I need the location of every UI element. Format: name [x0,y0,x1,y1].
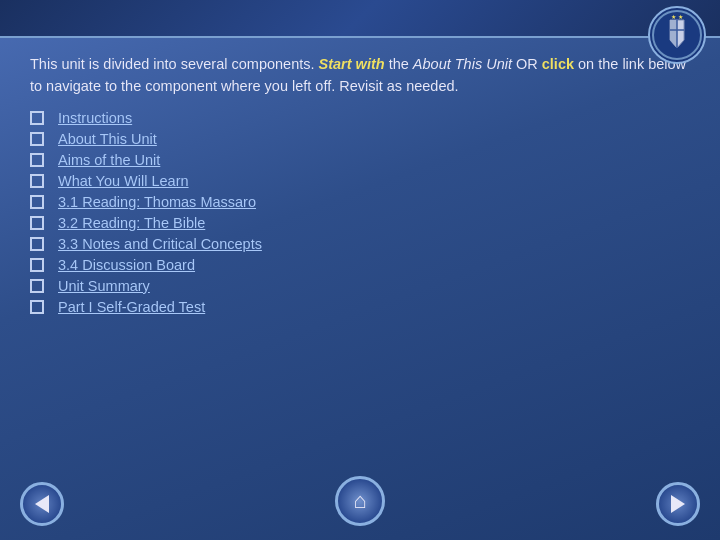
slide-content: This unit is divided into several compon… [0,38,720,330]
list-item: 3.3 Notes and Critical Concepts [30,236,690,252]
nav-checkbox [30,258,44,272]
nav-checkbox [30,195,44,209]
next-button[interactable] [656,482,700,526]
list-item: 3.1 Reading: Thomas Massaro [30,194,690,210]
nav-link-3[interactable]: What You Will Learn [58,173,189,189]
list-item: 3.2 Reading: The Bible [30,215,690,231]
list-item: Instructions [30,110,690,126]
nav-checkbox [30,153,44,167]
nav-link-4[interactable]: 3.1 Reading: Thomas Massaro [58,194,256,210]
list-item: What You Will Learn [30,173,690,189]
home-icon: ⌂ [353,488,366,514]
next-arrow-icon [671,495,685,513]
nav-link-6[interactable]: 3.3 Notes and Critical Concepts [58,236,262,252]
start-with-text: Start with [319,56,385,72]
nav-checkbox [30,132,44,146]
nav-checkbox [30,237,44,251]
crest-logo: ★ ★ [648,6,708,66]
list-item: Part I Self-Graded Test [30,299,690,315]
nav-checkbox [30,174,44,188]
nav-link-7[interactable]: 3.4 Discussion Board [58,257,195,273]
slide: ★ ★ This unit is divided into several co… [0,0,720,540]
prev-arrow-icon [35,495,49,513]
list-item: Unit Summary [30,278,690,294]
slide-header: ★ ★ [0,0,720,38]
nav-checkbox [30,279,44,293]
nav-checkbox [30,300,44,314]
list-item: About This Unit [30,131,690,147]
nav-link-8[interactable]: Unit Summary [58,278,150,294]
nav-link-1[interactable]: About This Unit [58,131,157,147]
list-item: 3.4 Discussion Board [30,257,690,273]
nav-checkbox [30,216,44,230]
nav-link-5[interactable]: 3.2 Reading: The Bible [58,215,205,231]
click-text: click [542,56,574,72]
home-button[interactable]: ⌂ [335,476,385,526]
nav-link-9[interactable]: Part I Self-Graded Test [58,299,205,315]
intro-paragraph: This unit is divided into several compon… [30,54,690,98]
prev-button[interactable] [20,482,64,526]
nav-link-2[interactable]: Aims of the Unit [58,152,160,168]
nav-link-0[interactable]: Instructions [58,110,132,126]
list-item: Aims of the Unit [30,152,690,168]
svg-text:★ ★: ★ ★ [671,14,683,20]
navigation-list: InstructionsAbout This UnitAims of the U… [30,110,690,315]
nav-checkbox [30,111,44,125]
about-unit-text: About This Unit [413,56,512,72]
